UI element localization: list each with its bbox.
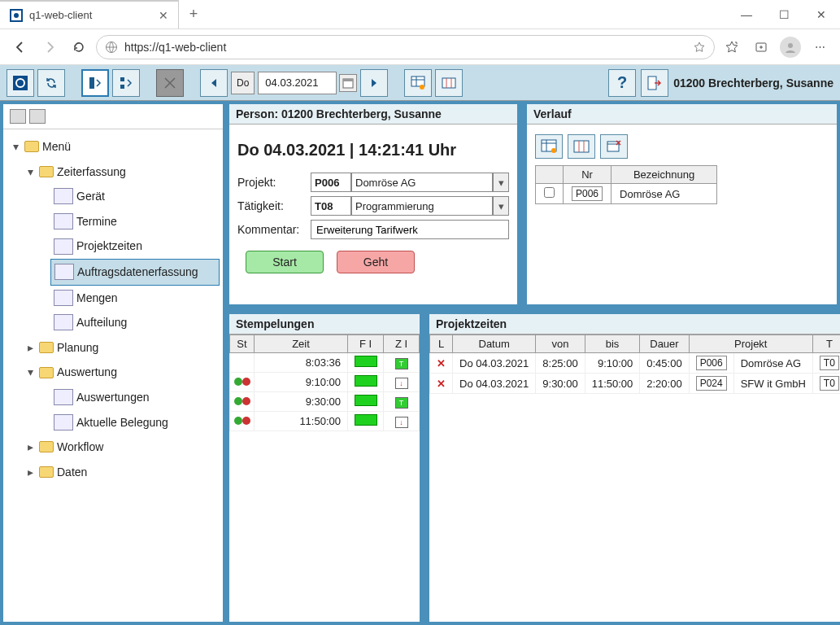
taetigkeit-combo[interactable]: T08 Programmierung ▾: [311, 196, 509, 216]
folder-icon: [39, 466, 54, 478]
svg-rect-9: [343, 79, 353, 81]
nav-forward-button[interactable]: [37, 35, 62, 59]
projektzeiten-row[interactable]: ✕ Do 04.03.2021 8:25:00 9:10:00 0:45:00 …: [430, 353, 841, 374]
person-panel: Person: 01200 Brechterberg, Susanne Do 0…: [226, 101, 520, 308]
svg-rect-16: [574, 141, 589, 152]
tree-auswertung[interactable]: ▾Auswertung: [21, 360, 220, 385]
clock-icon: [54, 238, 73, 255]
fi-indicator: [355, 375, 377, 387]
stempelungen-header: Stempelungen: [229, 314, 420, 334]
date-field[interactable]: 04.03.2021: [258, 72, 337, 94]
tree-termine[interactable]: Termine: [50, 209, 220, 234]
svg-rect-3: [13, 76, 28, 90]
verlauf-split-button[interactable]: [568, 134, 595, 159]
view-grid-button[interactable]: [112, 69, 140, 97]
prev-day-button[interactable]: [200, 69, 228, 97]
taetigkeit-label: Tätigkeit:: [237, 199, 306, 212]
projekt-label: Projekt:: [237, 176, 306, 189]
folder-icon: [24, 141, 39, 152]
window-maximize-button[interactable]: ☐: [765, 0, 803, 28]
stempel-row[interactable]: 11:50:00: [230, 412, 420, 431]
stempel-table: St Zeit F I Z I 8:03:36 9:10:00 9:30:00 …: [229, 334, 420, 431]
svg-rect-6: [120, 77, 124, 81]
svg-point-15: [551, 148, 556, 153]
favorite-icon[interactable]: [693, 41, 706, 54]
projekt-combo[interactable]: P006 Domröse AG ▾: [311, 173, 509, 192]
status-dot-icon: [242, 378, 250, 386]
profile-button[interactable]: [778, 35, 803, 59]
window-minimize-button[interactable]: ―: [728, 0, 765, 28]
next-day-button[interactable]: [360, 69, 388, 97]
zi-t-icon: [395, 397, 408, 409]
verlauf-table-button[interactable]: [535, 134, 563, 159]
browser-tab[interactable]: q1-web-client ✕: [0, 0, 179, 28]
tree-aktuelle-belegung[interactable]: Aktuelle Belegung: [50, 410, 220, 435]
main-area: ▾Menü ▾Zeiterfassung Gerät Termine Proje…: [0, 101, 840, 625]
projektzeiten-row[interactable]: ✕ Do 04.03.2021 9:30:00 11:50:00 2:20:00…: [430, 374, 841, 394]
verlauf-panel: Verlauf Nr Bezeichnung: [524, 101, 840, 308]
new-tab-button[interactable]: +: [179, 0, 208, 28]
stempel-row[interactable]: 9:10:00: [230, 373, 420, 392]
zi-t-icon: [395, 358, 408, 369]
browser-address-bar: https://q1-web-client ⋯: [0, 29, 840, 65]
disabled-button: [156, 69, 184, 97]
split-icon: [54, 314, 73, 330]
stempel-row[interactable]: 9:30:00: [230, 392, 420, 412]
logout-button[interactable]: [641, 69, 668, 97]
amount-icon: [54, 290, 73, 306]
app-logo-button[interactable]: [7, 69, 34, 97]
favorites-button[interactable]: [720, 35, 744, 59]
start-button[interactable]: Start: [246, 251, 324, 273]
user-label: 01200 Brechterberg, Susanne: [673, 76, 833, 90]
delete-row-icon[interactable]: ✕: [437, 357, 446, 369]
folder-icon: [39, 342, 54, 353]
tree-workflow[interactable]: ▸Workflow: [21, 435, 220, 460]
nav-reload-button[interactable]: [67, 35, 91, 59]
window-close-button[interactable]: ✕: [803, 0, 840, 28]
verlauf-delete-button[interactable]: [600, 134, 628, 159]
chevron-down-icon[interactable]: ▾: [493, 196, 509, 216]
task-icon: [54, 264, 74, 280]
tree-zeiterfassung[interactable]: ▾Zeiterfassung: [21, 160, 220, 185]
calendar-icon[interactable]: [339, 74, 357, 92]
collections-button[interactable]: [749, 35, 773, 59]
stempel-row[interactable]: 8:03:36: [230, 353, 420, 373]
svg-rect-5: [89, 77, 94, 89]
folder-icon: [39, 166, 54, 177]
tree-auswertungen[interactable]: Auswertungen: [50, 385, 220, 410]
projektzeiten-table: L Datum von bis Dauer Projekt T ✕ Do 04.…: [429, 334, 840, 394]
folder-icon: [39, 367, 54, 378]
verlauf-row[interactable]: P006 Domröse AG: [536, 184, 717, 204]
sidebar-icon-1[interactable]: [10, 109, 26, 124]
delete-row-icon[interactable]: ✕: [437, 378, 446, 390]
more-button[interactable]: ⋯: [807, 35, 832, 59]
url-field[interactable]: https://q1-web-client: [96, 35, 715, 59]
nav-back-button[interactable]: [8, 35, 33, 59]
tree-daten[interactable]: ▸Daten: [21, 460, 220, 485]
tree-mengen[interactable]: Mengen: [50, 286, 220, 311]
kommentar-label: Kommentar:: [237, 223, 306, 236]
device-icon: [54, 188, 73, 204]
help-button[interactable]: ?: [608, 69, 636, 97]
verlauf-table: Nr Bezeichnung P006 Domröse AG: [535, 165, 717, 204]
verlauf-checkbox[interactable]: [544, 187, 555, 198]
tree-planung[interactable]: ▸Planung: [21, 335, 220, 361]
tab-title: q1-web-client: [29, 9, 152, 21]
zi-down-icon: [395, 417, 408, 428]
refresh-button[interactable]: [37, 69, 65, 97]
tree-menu[interactable]: ▾Menü: [7, 134, 220, 160]
tree-projektzeiten[interactable]: Projektzeiten: [50, 234, 220, 259]
fi-indicator: [355, 356, 377, 367]
kommentar-input[interactable]: [311, 220, 509, 239]
chevron-down-icon[interactable]: ▾: [493, 173, 509, 192]
sidebar: ▾Menü ▾Zeiterfassung Gerät Termine Proje…: [0, 101, 226, 625]
timeline-button[interactable]: [435, 69, 463, 97]
view-list-button[interactable]: [81, 69, 109, 97]
tree-geraet[interactable]: Gerät: [50, 184, 220, 209]
table-settings-button[interactable]: [404, 69, 432, 97]
tab-close-icon[interactable]: ✕: [159, 9, 168, 22]
sidebar-icon-2[interactable]: [29, 109, 46, 124]
geht-button[interactable]: Geht: [337, 251, 415, 273]
tree-aufteilung[interactable]: Aufteilung: [50, 310, 220, 335]
tree-auftragsdatenerfassung[interactable]: Auftragsdatenerfassung: [50, 259, 220, 286]
